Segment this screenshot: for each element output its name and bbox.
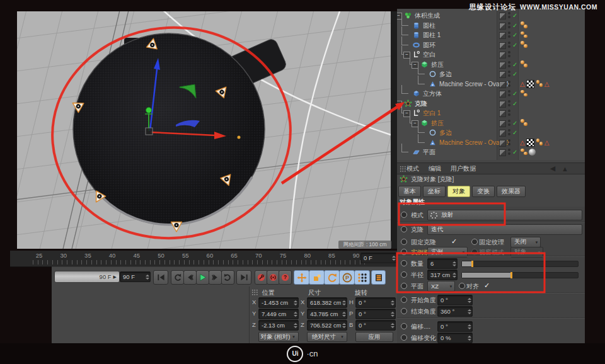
enabled-check-icon[interactable]: ✓ (512, 40, 517, 50)
spinner-arrows-icon[interactable] (389, 300, 395, 305)
coord-field[interactable]: -1.453 cm (258, 297, 299, 308)
object-row[interactable]: −克隆✓ (397, 99, 585, 108)
layer-swatch[interactable] (499, 110, 506, 117)
layer-swatch[interactable] (499, 62, 506, 69)
keyframe-radio[interactable] (401, 271, 407, 278)
z-axis-handle[interactable] (146, 108, 152, 113)
quantize-grid-button[interactable] (354, 270, 370, 285)
coord-field[interactable]: 0 ° (355, 309, 396, 319)
spinner-arrows-icon[interactable] (341, 323, 347, 328)
object-row[interactable]: 立方体✓ (397, 89, 585, 98)
uvw-tag-icon[interactable] (526, 80, 534, 88)
menu-edit[interactable]: 编辑 (429, 164, 441, 173)
warning-triangle-icon[interactable]: △ (544, 139, 550, 147)
object-row[interactable]: −空白 (397, 50, 585, 59)
tab-基本[interactable]: 基本 (398, 186, 421, 197)
phong-tag-icon[interactable] (520, 90, 527, 98)
enabled-check-icon[interactable]: ✓ (512, 128, 517, 137)
object-name[interactable]: 圆环 (423, 40, 435, 50)
keyframe-radio[interactable] (401, 334, 407, 341)
object-row[interactable]: Machine Screw - Oval 01△△ (397, 138, 585, 147)
object-name[interactable]: 挤压 (431, 118, 444, 128)
spinner-arrows-icon[interactable] (292, 300, 298, 305)
layer-swatch[interactable] (499, 130, 506, 137)
object-name[interactable]: 圆柱 1 (423, 30, 441, 40)
panel-drag-icon[interactable] (400, 166, 406, 172)
keyframe-radio[interactable] (401, 308, 407, 314)
keyframe-radio[interactable] (401, 260, 407, 266)
coords-mode-dropdown[interactable]: 对象 (相对)▼ (258, 332, 299, 342)
checkbox-checked-icon[interactable]: ✓ (451, 237, 457, 246)
material-tag-icon[interactable] (529, 149, 536, 156)
keyframe-radio[interactable] (401, 283, 407, 289)
keyframe-radio[interactable] (401, 249, 407, 255)
enabled-check-icon[interactable]: ✓ (512, 147, 517, 157)
visibility-dots-icon[interactable] (508, 22, 510, 28)
timeline-scrubber[interactable]: 90 F▶ (54, 271, 120, 283)
enabled-check-icon[interactable]: ✓ (512, 69, 517, 79)
object-row[interactable]: 多边✓ (397, 69, 585, 79)
checkbox-checked-icon[interactable]: ✓ (484, 282, 490, 290)
move-tool-button[interactable] (294, 270, 309, 285)
value-slider[interactable] (461, 272, 579, 278)
visibility-dots-icon[interactable] (508, 42, 510, 48)
phong-tag-icon[interactable] (520, 21, 527, 29)
keyframe-radio[interactable] (401, 239, 407, 245)
previous-frame-button[interactable] (183, 270, 197, 285)
next-key-button[interactable] (221, 270, 234, 285)
spinner-arrows-icon[interactable] (389, 312, 395, 317)
menu-mode[interactable]: 模式 (406, 164, 419, 173)
object-manager[interactable]: −体积生成✓圆柱✓圆柱 1✓圆环✓−空白−挤压✓多边✓Machine Screw… (397, 9, 585, 160)
value-slider[interactable] (461, 261, 579, 267)
p-coordinate-button[interactable]: P (339, 270, 355, 285)
coord-field[interactable]: 706.522 cm (307, 320, 347, 331)
spinner-arrows-icon[interactable] (466, 324, 472, 329)
enabled-check-icon[interactable]: ✓ (512, 89, 517, 98)
panel-drag-icon[interactable] (251, 289, 258, 295)
object-name[interactable]: 多边 (439, 128, 452, 137)
spinner-arrows-icon[interactable] (466, 309, 472, 314)
layer-swatch[interactable] (499, 52, 506, 59)
spinner-arrows-icon[interactable] (341, 300, 347, 305)
object-row[interactable]: −挤压✓ (397, 118, 585, 128)
play-button[interactable] (196, 270, 209, 285)
phong-tag-icon[interactable] (536, 139, 543, 146)
object-row[interactable]: −体积生成✓ (397, 11, 585, 20)
previous-key-button[interactable] (171, 270, 184, 285)
object-row[interactable]: 圆环✓ (397, 40, 585, 50)
layer-swatch[interactable] (499, 32, 506, 39)
range-end-field[interactable]: 0 F (360, 253, 397, 263)
object-name[interactable]: 圆柱 (423, 21, 435, 30)
record-selection-button[interactable] (267, 270, 280, 285)
visibility-dots-icon[interactable] (508, 139, 510, 145)
object-name[interactable]: 空白 (423, 50, 435, 59)
coord-field[interactable]: 0 ° (355, 297, 396, 308)
value-field[interactable]: 0 ° (437, 321, 473, 332)
layer-swatch[interactable] (499, 81, 506, 88)
layer-swatch[interactable] (499, 13, 506, 20)
viewport-3d[interactable] (17, 11, 391, 249)
layer-swatch[interactable] (499, 120, 506, 127)
apply-button[interactable]: 应用 (355, 332, 393, 342)
warning-triangle-icon[interactable]: △ (520, 139, 525, 147)
autokey-question-button[interactable]: ? (279, 270, 292, 285)
coord-field[interactable]: 43.785 cm (307, 309, 347, 319)
spinner-arrows-icon[interactable] (451, 273, 457, 278)
phong-tag-icon[interactable] (536, 80, 543, 88)
rotate-tool-button[interactable] (324, 270, 340, 285)
enabled-check-icon[interactable]: ✓ (512, 11, 517, 20)
phong-tag-icon[interactable] (520, 149, 527, 156)
object-row[interactable]: 多边✓ (397, 128, 585, 137)
spinner-arrows-icon[interactable] (466, 336, 472, 341)
phong-tag-icon[interactable] (520, 60, 527, 68)
visibility-dots-icon[interactable] (508, 61, 510, 67)
tab-对象[interactable]: 对象 (447, 186, 470, 197)
current-frame-field[interactable]: 90 F (120, 271, 151, 282)
visibility-dots-icon[interactable] (508, 100, 510, 106)
coords-mode-dropdown[interactable]: 绝对尺寸▼ (307, 332, 347, 342)
value-field[interactable]: 317 cm (427, 270, 458, 280)
layer-swatch[interactable] (499, 149, 506, 156)
object-name[interactable]: 平面 (423, 147, 435, 157)
value-field[interactable]: 0 ° (437, 295, 473, 305)
goto-start-button[interactable] (153, 270, 168, 285)
